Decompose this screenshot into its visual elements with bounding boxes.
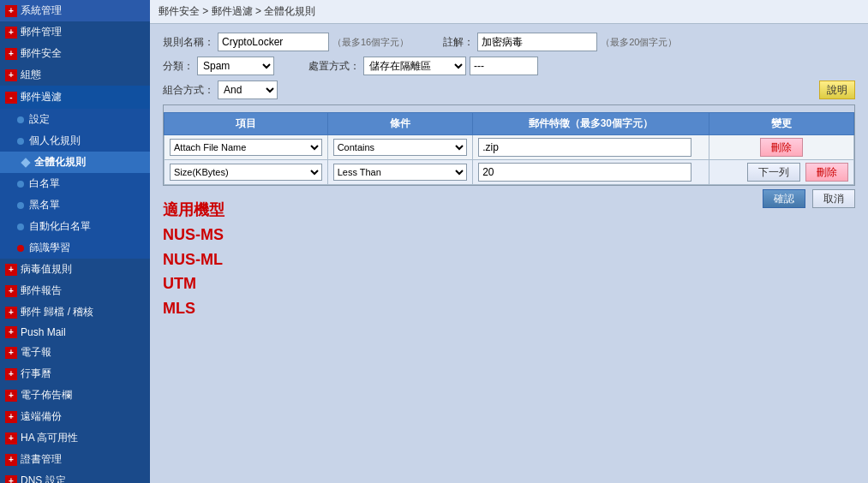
rule-name-input[interactable] bbox=[218, 33, 329, 51]
confirm-button[interactable]: 確認 bbox=[763, 189, 805, 208]
sidebar-item-ha[interactable]: + HA 高可用性 bbox=[0, 427, 150, 449]
sidebar-item-global-rules[interactable]: 全體化規則 bbox=[0, 152, 150, 173]
rule-name-hint: （最多16個字元） bbox=[332, 36, 409, 49]
table-row: Size(KBytes) Less Than bbox=[165, 160, 854, 185]
sidebar-item-dns-settings[interactable]: + DNS 設定 bbox=[0, 470, 150, 483]
bullet-icon bbox=[17, 224, 24, 230]
row1-item: Attach File Name bbox=[165, 135, 328, 160]
plus-icon: + bbox=[5, 5, 17, 17]
form-row-category: 分類： Spam Virus Other 處置方式： 儲存在隔離區 刪除 標記 bbox=[163, 57, 855, 75]
diamond-icon bbox=[21, 158, 30, 167]
plus-icon: + bbox=[5, 347, 17, 359]
bullet-icon bbox=[17, 202, 24, 209]
table-row: Attach File Name Contains bbox=[165, 135, 854, 160]
comment-hint: （最多20個字元） bbox=[601, 36, 677, 49]
model-nus-ms: NUS-MS bbox=[163, 223, 224, 247]
row1-item-select[interactable]: Attach File Name bbox=[170, 139, 322, 156]
plus-icon: + bbox=[5, 69, 17, 81]
row2-actions: 下一列 刪除 bbox=[709, 160, 853, 185]
sidebar-item-mail-filter[interactable]: - 郵件過濾 bbox=[0, 86, 150, 109]
plus-icon: + bbox=[5, 411, 17, 423]
content-area: 規則名稱： （最多16個字元） 註解： （最多20個字元） 分類： Spam V… bbox=[150, 24, 868, 483]
bullet-icon bbox=[17, 181, 24, 188]
row2-delete-button[interactable]: 刪除 bbox=[805, 163, 848, 182]
sidebar-item-virus-rules[interactable]: + 病毒值規則 bbox=[0, 259, 150, 280]
sidebar-item-personal-rules[interactable]: 個人化規則 bbox=[0, 130, 150, 152]
row2-item-select[interactable]: Size(KBytes) bbox=[170, 164, 322, 181]
row2-next-button[interactable]: 下一列 bbox=[747, 163, 800, 182]
breadcrumb: 郵件安全 > 郵件過濾 > 全體化規則 bbox=[150, 0, 868, 24]
plus-icon: + bbox=[5, 454, 17, 466]
sidebar-item-mail-archive[interactable]: + 郵件 歸檔 / 稽核 bbox=[0, 301, 150, 323]
form-row-combine: 組合方式： And Or 說明 bbox=[163, 80, 855, 99]
plus-icon: + bbox=[5, 326, 17, 338]
sidebar-item-push-mail[interactable]: + Push Mail bbox=[0, 323, 150, 342]
plus-icon: + bbox=[5, 368, 17, 380]
category-label: 分類： bbox=[163, 59, 194, 74]
row1-delete-button[interactable]: 刪除 bbox=[760, 138, 803, 157]
sidebar-item-groups[interactable]: + 組態 bbox=[0, 64, 150, 86]
sidebar-item-cert-mgmt[interactable]: + 證書管理 bbox=[0, 449, 150, 470]
combine-label: 組合方式： bbox=[163, 83, 214, 98]
row1-value-input[interactable] bbox=[478, 138, 691, 157]
action-extra-input[interactable] bbox=[470, 57, 538, 75]
row2-value-input[interactable] bbox=[478, 163, 691, 182]
sidebar-item-mail-report[interactable]: + 郵件報告 bbox=[0, 280, 150, 301]
sidebar-item-settings[interactable]: 設定 bbox=[0, 109, 150, 130]
sidebar-item-auto-whitelist[interactable]: 自動化白名單 bbox=[0, 216, 150, 237]
sidebar-item-sys-mgmt[interactable]: + 系統管理 bbox=[0, 0, 150, 21]
col-item: 項目 bbox=[165, 113, 328, 135]
sidebar-item-e-billboard[interactable]: + 電子佈告欄 bbox=[0, 385, 150, 406]
form-row-rule-name: 規則名稱： （最多16個字元） 註解： （最多20個字元） bbox=[163, 33, 855, 51]
form-buttons: 確認 取消 bbox=[763, 189, 855, 208]
row2-value bbox=[473, 160, 709, 185]
bullet-icon bbox=[17, 116, 24, 123]
cancel-button[interactable]: 取消 bbox=[812, 189, 855, 208]
row2-item: Size(KBytes) bbox=[165, 160, 328, 185]
model-mls: MLS bbox=[163, 296, 224, 321]
sidebar-item-mail-security[interactable]: + 郵件安全 bbox=[0, 43, 150, 64]
bullet-red-icon bbox=[17, 245, 24, 252]
category-select[interactable]: Spam Virus Other bbox=[197, 57, 274, 75]
comment-label: 註解： bbox=[443, 35, 474, 50]
main-content: 郵件安全 > 郵件過濾 > 全體化規則 規則名稱： （最多16個字元） 註解： … bbox=[150, 0, 868, 483]
rules-table-container: 項目 條件 郵件特徵（最多30個字元） 變更 Attach File Name bbox=[163, 104, 855, 186]
plus-icon: + bbox=[5, 27, 17, 39]
model-utm: UTM bbox=[163, 271, 224, 296]
plus-icon: + bbox=[5, 390, 17, 402]
plus-icon: + bbox=[5, 48, 17, 60]
plus-icon: + bbox=[5, 285, 17, 297]
sidebar-item-blacklist[interactable]: 黑名單 bbox=[0, 194, 150, 216]
col-condition: 條件 bbox=[327, 113, 472, 135]
applicable-title: 適用機型 bbox=[163, 198, 224, 223]
comment-input[interactable] bbox=[477, 33, 597, 51]
plus-icon: + bbox=[5, 475, 17, 484]
col-value: 郵件特徵（最多30個字元） bbox=[473, 113, 709, 135]
row1-condition-select[interactable]: Contains bbox=[333, 139, 467, 156]
rules-table: 項目 條件 郵件特徵（最多30個字元） 變更 Attach File Name bbox=[164, 112, 854, 185]
row2-condition: Less Than bbox=[327, 160, 472, 185]
help-button[interactable]: 說明 bbox=[819, 80, 855, 99]
row1-condition: Contains bbox=[327, 135, 472, 160]
sidebar-item-e-paper[interactable]: + 電子報 bbox=[0, 342, 150, 363]
sidebar-item-remote-backup[interactable]: + 遠端備份 bbox=[0, 406, 150, 427]
model-nus-ml: NUS-ML bbox=[163, 247, 224, 272]
plus-icon: + bbox=[5, 264, 17, 276]
rule-name-label: 規則名稱： bbox=[163, 35, 214, 50]
applicable-models: 適用機型 NUS-MS NUS-ML UTM MLS bbox=[163, 198, 224, 321]
combine-select[interactable]: And Or bbox=[218, 80, 278, 99]
sidebar-item-spam-learning[interactable]: 篩識學習 bbox=[0, 237, 150, 259]
row1-actions: 刪除 bbox=[709, 135, 853, 160]
sidebar-item-whitelist[interactable]: 白名單 bbox=[0, 173, 150, 194]
bullet-icon bbox=[17, 138, 24, 145]
sidebar-item-mail-mgmt[interactable]: + 郵件管理 bbox=[0, 21, 150, 43]
plus-icon: + bbox=[5, 307, 17, 319]
row2-condition-select[interactable]: Less Than bbox=[333, 164, 467, 181]
row1-value bbox=[473, 135, 709, 160]
minus-icon: - bbox=[5, 92, 17, 104]
col-action: 變更 bbox=[709, 113, 853, 135]
action-select[interactable]: 儲存在隔離區 刪除 標記 bbox=[363, 57, 466, 75]
sidebar: + 系統管理 + 郵件管理 + 郵件安全 + 組態 - 郵件過濾 設定 個人化規… bbox=[0, 0, 150, 483]
sidebar-item-calendar[interactable]: + 行事曆 bbox=[0, 363, 150, 385]
action-label: 處置方式： bbox=[308, 59, 360, 74]
